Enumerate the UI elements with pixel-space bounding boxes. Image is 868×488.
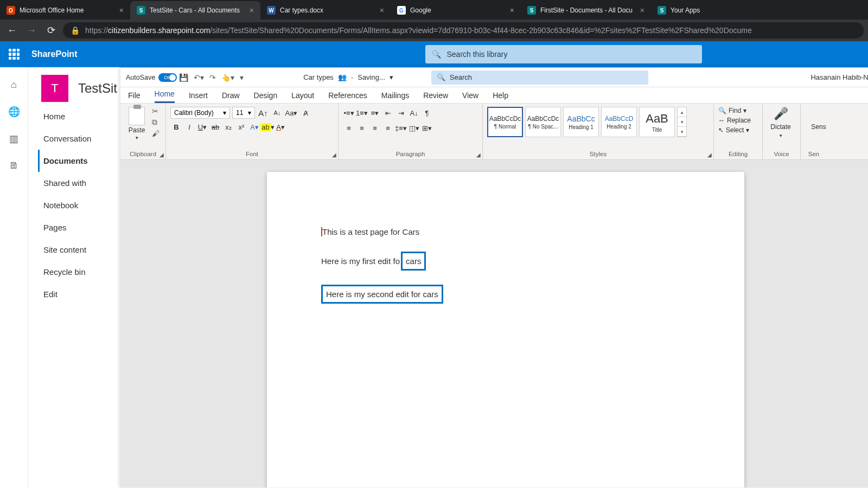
brand-label[interactable]: SharePoint: [31, 49, 77, 59]
grow-font-icon[interactable]: A↑: [257, 107, 269, 119]
shading-icon[interactable]: ◫▾: [408, 122, 420, 134]
find-button[interactable]: 🔍Find ▾: [718, 107, 758, 114]
change-case-icon[interactable]: Aa▾: [285, 107, 297, 119]
save-icon[interactable]: 💾: [179, 73, 188, 82]
dialog-launcher-icon[interactable]: ◢: [332, 152, 336, 158]
style-heading2[interactable]: AaBbCcDHeading 2: [601, 107, 637, 137]
numbering-icon[interactable]: 1≡▾: [356, 107, 368, 119]
style-heading1[interactable]: AaBbCcHeading 1: [563, 107, 599, 137]
tab-mailings[interactable]: Mailings: [381, 91, 409, 103]
chevron-down-icon[interactable]: ▾: [780, 133, 782, 138]
touch-icon[interactable]: 👆▾: [221, 73, 234, 82]
chevron-down-icon[interactable]: ▾: [136, 135, 138, 140]
align-left-icon[interactable]: ≡: [343, 122, 355, 134]
line-spacing-icon[interactable]: ‡≡▾: [395, 122, 407, 134]
browser-tab[interactable]: S TestSite - Cars - All Documents ×: [130, 1, 260, 20]
sort-icon[interactable]: A↓: [408, 107, 420, 119]
home-icon[interactable]: ⌂: [11, 79, 17, 91]
sensitivity-button[interactable]: Sens: [805, 107, 832, 131]
user-name[interactable]: Hasanain Habib-Nayar: [810, 73, 868, 81]
copy-icon[interactable]: ⧉: [152, 118, 159, 127]
tab-design[interactable]: Design: [254, 91, 278, 103]
autosave-toggle[interactable]: AutoSave On: [126, 73, 170, 82]
files-icon[interactable]: 🗎: [9, 160, 19, 171]
text-effects-icon[interactable]: A▾: [248, 121, 260, 133]
justify-icon[interactable]: ≡: [382, 122, 394, 134]
tab-references[interactable]: References: [328, 91, 367, 103]
customize-icon[interactable]: ▾: [240, 73, 244, 82]
dictate-button[interactable]: 🎤 Dictate ▾: [767, 107, 794, 138]
more-icon[interactable]: ▾: [678, 127, 686, 137]
nav-shared[interactable]: Shared with: [38, 172, 120, 194]
nav-conversations[interactable]: Conversation: [38, 127, 120, 150]
dialog-launcher-icon[interactable]: ◢: [476, 152, 481, 158]
nav-home[interactable]: Home: [38, 105, 120, 127]
style-title[interactable]: AaBTitle: [639, 107, 675, 137]
page[interactable]: This is a test page for Cars Here is my …: [267, 172, 744, 487]
gallery-scroll[interactable]: ▴▾▾: [677, 107, 687, 137]
up-icon[interactable]: ▴: [678, 107, 686, 117]
nav-notebook[interactable]: Notebook: [38, 194, 120, 216]
app-launcher-icon[interactable]: [9, 49, 20, 60]
reload-button[interactable]: ⟳: [43, 23, 59, 38]
document-canvas[interactable]: This is a test page for Cars Here is my …: [120, 160, 868, 487]
library-search[interactable]: 🔍 Search this library: [425, 45, 702, 63]
close-icon[interactable]: ×: [380, 6, 384, 15]
tab-view[interactable]: View: [462, 91, 478, 103]
close-icon[interactable]: ×: [119, 6, 124, 15]
dialog-launcher-icon[interactable]: ◢: [159, 152, 164, 158]
nav-documents[interactable]: Documents: [38, 150, 120, 172]
nav-pages[interactable]: Pages: [38, 216, 120, 239]
tab-file[interactable]: File: [128, 91, 141, 103]
align-center-icon[interactable]: ≡: [356, 122, 368, 134]
bullets-icon[interactable]: •≡▾: [343, 107, 355, 119]
nav-site-contents[interactable]: Site content: [38, 239, 120, 261]
paragraph[interactable]: This is a test page for Cars: [321, 226, 690, 237]
subscript-button[interactable]: x₂: [222, 121, 234, 133]
dialog-launcher-icon[interactable]: ◢: [707, 152, 712, 158]
close-icon[interactable]: ×: [510, 6, 514, 15]
down-icon[interactable]: ▾: [678, 117, 686, 127]
format-painter-icon[interactable]: 🖌: [152, 129, 159, 138]
borders-icon[interactable]: ⊞▾: [421, 122, 433, 134]
style-no-spacing[interactable]: AaBbCcDc¶ No Spac...: [525, 107, 561, 137]
superscript-button[interactable]: x²: [235, 121, 247, 133]
font-size-combo[interactable]: 11▾: [232, 107, 255, 119]
highlight-icon[interactable]: ab▾: [261, 121, 273, 133]
shrink-font-icon[interactable]: A↓: [271, 107, 283, 119]
show-marks-icon[interactable]: ¶: [421, 107, 433, 119]
clear-format-icon[interactable]: A̷: [299, 107, 311, 119]
strike-button[interactable]: ab: [209, 121, 221, 133]
paragraph[interactable]: Here is my second edit for cars: [321, 285, 690, 304]
tab-home[interactable]: Home: [155, 89, 175, 103]
increase-indent-icon[interactable]: ⇥: [395, 107, 407, 119]
redo-icon[interactable]: ↷: [209, 73, 216, 82]
cut-icon[interactable]: ✂: [152, 107, 159, 115]
decrease-indent-icon[interactable]: ⇤: [382, 107, 394, 119]
tab-draw[interactable]: Draw: [222, 91, 240, 103]
chevron-down-icon[interactable]: ▾: [390, 73, 393, 81]
close-icon[interactable]: ×: [250, 6, 254, 15]
globe-icon[interactable]: 🌐: [8, 106, 20, 118]
word-search[interactable]: 🔍 Search: [431, 70, 648, 85]
underline-button[interactable]: U▾: [196, 121, 208, 133]
font-color-icon[interactable]: A▾: [275, 121, 286, 133]
style-normal[interactable]: AaBbCcDc¶ Normal: [487, 107, 523, 137]
browser-tab[interactable]: O Microsoft Office Home ×: [0, 1, 130, 20]
back-button[interactable]: ←: [4, 23, 20, 38]
browser-tab[interactable]: G Google ×: [391, 1, 521, 20]
paragraph[interactable]: Here is my first edit focars: [321, 252, 690, 271]
close-icon[interactable]: ×: [640, 6, 644, 15]
tab-help[interactable]: Help: [493, 91, 508, 103]
document-title[interactable]: Car types 👥 - Saving... ▾: [303, 73, 393, 81]
bold-button[interactable]: B: [170, 121, 182, 133]
multilevel-icon[interactable]: ≡▾: [369, 107, 381, 119]
select-button[interactable]: ↖Select ▾: [718, 126, 758, 134]
undo-icon[interactable]: ↶▾: [194, 73, 204, 82]
browser-tab[interactable]: S Your Apps: [651, 1, 781, 20]
tab-insert[interactable]: Insert: [189, 91, 208, 103]
tab-review[interactable]: Review: [423, 91, 448, 103]
tab-layout[interactable]: Layout: [291, 91, 314, 103]
browser-tab[interactable]: S FirstSite - Documents - All Docu ×: [521, 1, 651, 20]
browser-tab[interactable]: W Car types.docx ×: [260, 1, 391, 20]
